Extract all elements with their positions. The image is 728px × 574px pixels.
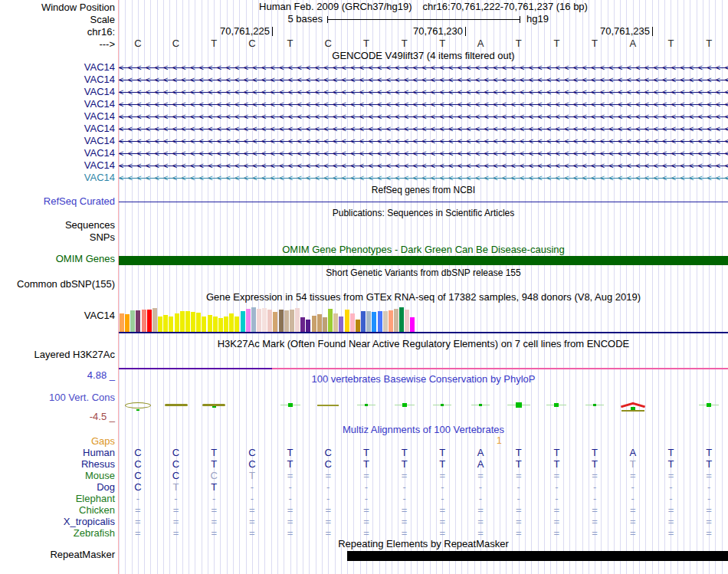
repeatmasker-track-title: Repeating Elements by RepeatMasker bbox=[119, 539, 728, 549]
multiz-alignment-cell: - bbox=[136, 494, 139, 504]
multiz-alignment-cell: = bbox=[668, 528, 674, 539]
multiz-alignment-cell: - bbox=[479, 482, 482, 493]
multiz-alignment-cell: - bbox=[517, 494, 520, 504]
multiz-alignment-cell: C bbox=[134, 459, 141, 470]
multiz-alignment-cell: = bbox=[402, 528, 408, 539]
multiz-alignment-cell: - bbox=[251, 494, 254, 504]
multiz-alignment-cell: = bbox=[592, 505, 598, 516]
multiz-alignment-cell: = bbox=[477, 528, 484, 539]
multiz-species-label[interactable]: Chicken bbox=[0, 505, 115, 516]
multiz-alignment-cell: T bbox=[592, 459, 598, 470]
multiz-alignment-cell: T bbox=[363, 459, 369, 470]
multiz-species-label[interactable]: Zebrafish bbox=[0, 528, 115, 539]
multiz-alignment-cell: = bbox=[135, 505, 141, 516]
multiz-alignment-cell: T bbox=[630, 459, 636, 470]
multiz-alignment-cell: = bbox=[325, 505, 331, 516]
genome-browser-image: Window Position Human Feb. 2009 (GRCh37/… bbox=[0, 0, 728, 574]
multiz-alignment-cell: A bbox=[629, 448, 636, 458]
multiz-alignment-track[interactable]: HumanCCTCTCTTTATTTATTRhesusCCTCTCTTTATTT… bbox=[0, 0, 728, 574]
multiz-alignment-cell: = bbox=[516, 517, 522, 527]
track-label-repeatmasker[interactable]: RepeatMasker bbox=[0, 549, 115, 560]
multiz-alignment-cell: - bbox=[707, 494, 710, 504]
multiz-alignment-cell: - bbox=[288, 482, 291, 493]
multiz-alignment-cell: - bbox=[441, 494, 444, 504]
multiz-alignment-cell: = bbox=[668, 505, 674, 516]
multiz-species-label[interactable]: Rhesus bbox=[0, 459, 115, 470]
multiz-alignment-cell: = bbox=[325, 528, 331, 539]
multiz-alignment-cell: T bbox=[516, 448, 522, 458]
multiz-alignment-cell: T bbox=[402, 448, 408, 458]
multiz-alignment-cell: = bbox=[249, 528, 255, 539]
multiz-alignment-cell: = bbox=[173, 505, 179, 516]
multiz-alignment-cell: = bbox=[287, 528, 293, 539]
multiz-alignment-cell: = bbox=[516, 528, 522, 539]
multiz-alignment-cell: C bbox=[248, 448, 255, 458]
multiz-alignment-cell: = bbox=[363, 471, 369, 481]
multiz-alignment-cell: C bbox=[325, 459, 332, 470]
multiz-alignment-cell: C bbox=[134, 471, 141, 481]
multiz-alignment-cell: - bbox=[326, 494, 330, 504]
multiz-alignment-cell: = bbox=[287, 517, 293, 527]
multiz-species-label[interactable]: Elephant bbox=[0, 494, 115, 504]
multiz-alignment-cell: - bbox=[669, 482, 672, 493]
multiz-alignment-cell: T bbox=[287, 448, 293, 458]
multiz-alignment-cell: - bbox=[251, 482, 254, 493]
multiz-alignment-cell: = bbox=[211, 517, 217, 527]
multiz-alignment-cell: = bbox=[440, 471, 446, 481]
multiz-species-label[interactable]: Human bbox=[0, 448, 115, 458]
multiz-alignment-cell: - bbox=[402, 482, 405, 493]
multiz-alignment-cell: C bbox=[134, 448, 141, 458]
multiz-alignment-cell: = bbox=[630, 471, 636, 481]
multiz-alignment-cell: = bbox=[325, 471, 331, 481]
multiz-alignment-cell: - bbox=[631, 482, 635, 493]
multiz-alignment-cell: = bbox=[287, 505, 293, 516]
multiz-alignment-cell: T bbox=[706, 459, 712, 470]
multiz-alignment-cell: - bbox=[631, 494, 635, 504]
multiz-alignment-cell: - bbox=[288, 494, 291, 504]
multiz-alignment-cell: T bbox=[402, 459, 408, 470]
multiz-species-label[interactable]: X_tropicalis bbox=[0, 517, 115, 527]
multiz-species-label[interactable]: Mouse bbox=[0, 471, 115, 481]
multiz-alignment-cell: = bbox=[706, 505, 712, 516]
multiz-alignment-cell: - bbox=[365, 482, 368, 493]
multiz-alignment-cell: - bbox=[479, 494, 482, 504]
multiz-alignment-cell: = bbox=[592, 471, 598, 481]
multiz-alignment-cell: = bbox=[592, 528, 598, 539]
multiz-alignment-cell: C bbox=[172, 459, 179, 470]
multiz-alignment-cell: = bbox=[706, 471, 712, 481]
multiz-alignment-cell: = bbox=[516, 471, 522, 481]
multiz-alignment-cell: = bbox=[554, 505, 560, 516]
multiz-alignment-cell: = bbox=[440, 505, 446, 516]
multiz-alignment-cell: = bbox=[668, 517, 674, 527]
multiz-alignment-cell: = bbox=[630, 517, 636, 527]
multiz-alignment-cell: T bbox=[211, 448, 217, 458]
multiz-alignment-cell: = bbox=[211, 505, 217, 516]
multiz-alignment-cell: C bbox=[134, 482, 141, 493]
multiz-alignment-cell: = bbox=[440, 528, 446, 539]
multiz-alignment-cell: - bbox=[441, 482, 444, 493]
multiz-alignment-cell: = bbox=[668, 471, 674, 481]
multiz-alignment-cell: T bbox=[211, 459, 217, 470]
multiz-alignment-cell: = bbox=[477, 471, 484, 481]
multiz-alignment-cell: T bbox=[363, 448, 369, 458]
multiz-alignment-cell: T bbox=[667, 459, 674, 470]
multiz-alignment-cell: A bbox=[477, 459, 484, 470]
multiz-alignment-cell: T bbox=[211, 482, 217, 493]
multiz-alignment-cell: = bbox=[249, 505, 255, 516]
repeatmasker-element-bar[interactable] bbox=[347, 551, 728, 561]
multiz-alignment-cell: = bbox=[363, 505, 369, 516]
multiz-alignment-cell: - bbox=[593, 494, 596, 504]
multiz-alignment-cell: C bbox=[211, 471, 218, 481]
multiz-alignment-cell: T bbox=[249, 471, 255, 481]
multiz-alignment-cell: C bbox=[172, 448, 179, 458]
multiz-species-label[interactable]: Dog bbox=[0, 482, 115, 493]
multiz-alignment-cell: C bbox=[172, 471, 179, 481]
multiz-alignment-cell: - bbox=[555, 494, 558, 504]
multiz-alignment-cell: = bbox=[402, 471, 408, 481]
multiz-alignment-cell: = bbox=[516, 505, 522, 516]
multiz-alignment-cell: = bbox=[477, 505, 484, 516]
multiz-alignment-cell: T bbox=[516, 459, 522, 470]
multiz-alignment-cell: = bbox=[554, 528, 560, 539]
multiz-alignment-cell: - bbox=[212, 494, 215, 504]
multiz-alignment-cell: - bbox=[707, 482, 710, 493]
